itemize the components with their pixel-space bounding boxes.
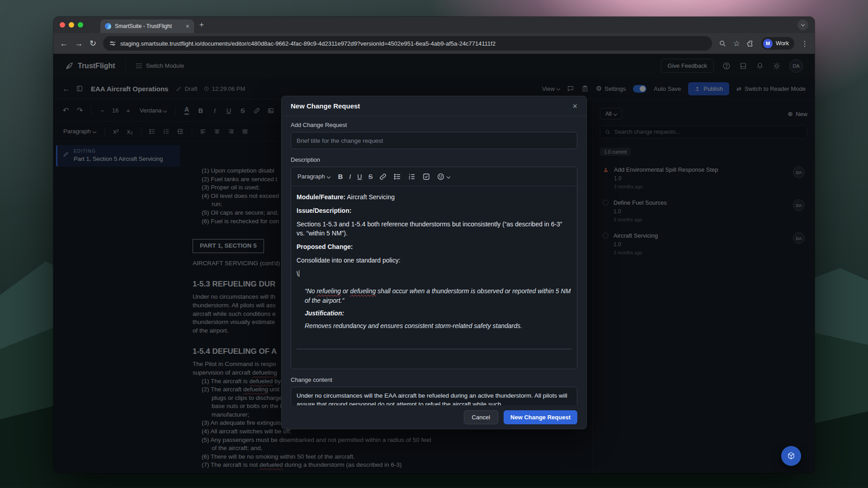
change-content-label: Change content [291, 376, 577, 383]
url-text: staging.smartsuite.trustflight.io/docume… [120, 40, 495, 47]
bold-button[interactable]: B [338, 173, 343, 180]
chevron-down-icon [326, 174, 330, 178]
close-icon[interactable]: × [572, 102, 577, 110]
bookmark-star-icon[interactable]: ☆ [733, 39, 740, 48]
proposed-change-text: Consolidate into one standard policy: [297, 256, 571, 265]
modal-title: New Change Request [291, 102, 360, 110]
underline-button[interactable]: U [357, 173, 362, 180]
paragraph-style-dropdown[interactable]: Paragraph [297, 173, 330, 180]
description-label: Description [291, 156, 577, 163]
policy-quote: “No refueling or defueling shall occur w… [305, 286, 571, 305]
reload-button[interactable]: ↻ [90, 39, 96, 47]
browser-tab[interactable]: SmartSuite - TrustFlight × [100, 19, 194, 33]
submit-new-change-request-button[interactable]: New Change Request [504, 410, 577, 424]
add-change-request-label: Add Change Request [291, 122, 577, 128]
typed-line: \ [297, 269, 571, 278]
module-feature-line: Module/Feature: Aircraft Servicing [297, 192, 571, 202]
proposed-change-label-line: Proposed Change: [297, 242, 571, 251]
description-editor-toolbar: Paragraph B I U S [291, 167, 577, 186]
bullet-list-button[interactable] [393, 173, 401, 181]
emoji-button[interactable] [437, 173, 450, 181]
tab-favicon-icon [105, 23, 111, 29]
back-button[interactable]: ← [60, 39, 68, 47]
modal-footer: Cancel New Change Request [282, 405, 586, 429]
tab-title: SmartSuite - TrustFlight [115, 23, 182, 29]
justification-text: Removes redundancy and ensures consisten… [305, 321, 571, 331]
tab-search-button[interactable] [797, 19, 808, 30]
profile-avatar: M [763, 39, 773, 48]
new-tab-button[interactable]: + [199, 20, 204, 29]
blockquote: “No refueling or defueling shall occur w… [305, 286, 571, 331]
desktop: { "colors": { "accent": "#2f63d8", "togg… [0, 0, 868, 488]
modal-header: New Change Request × [282, 96, 586, 116]
tab-close-icon[interactable]: × [186, 23, 189, 29]
browser-profile-chip[interactable]: M Work [761, 37, 794, 50]
fullscreen-window-button[interactable] [78, 22, 83, 28]
trustflight-app: TrustFlight Switch Module Give Feedback [53, 54, 815, 473]
justification-label-line: Justification: [305, 309, 571, 318]
description-editor-content[interactable]: Module/Feature: Aircraft Servicing Issue… [291, 186, 577, 356]
address-bar[interactable]: staging.smartsuite.trustflight.io/docume… [103, 36, 712, 51]
site-settings-icon[interactable] [109, 40, 116, 47]
link-button[interactable] [379, 173, 387, 181]
assistant-fab-button[interactable] [781, 446, 801, 466]
browser-menu-icon[interactable]: ⋮ [801, 39, 808, 48]
new-change-request-modal: New Change Request × Add Change Request … [281, 96, 587, 429]
editor-horizontal-rule [297, 349, 571, 349]
strikethrough-button[interactable]: S [368, 173, 373, 180]
minimize-window-button[interactable] [69, 22, 74, 28]
cancel-button[interactable]: Cancel [464, 410, 498, 424]
browser-window: SmartSuite - TrustFlight × + ← → ↻ stagi… [53, 17, 815, 473]
cube-icon [787, 451, 796, 460]
issue-text: Sections 1-5.3 and 1-5.4 both reference … [297, 220, 571, 238]
search-lens-icon[interactable] [719, 40, 726, 47]
chevron-down-icon [801, 23, 805, 26]
modal-body: Add Change Request Description Paragraph… [282, 116, 586, 429]
text-cursor [299, 270, 299, 277]
profile-name: Work [776, 40, 789, 47]
issue-label-line: Issue/Description: [297, 206, 571, 215]
window-controls [60, 22, 83, 28]
chevron-down-icon [447, 174, 450, 178]
close-window-button[interactable] [60, 22, 65, 28]
change-request-title-input[interactable] [291, 132, 577, 149]
numbered-list-button[interactable] [408, 173, 416, 181]
description-editor: Paragraph B I U S [291, 167, 577, 369]
checklist-button[interactable] [422, 173, 430, 181]
forward-button[interactable]: → [75, 39, 83, 47]
tab-strip: SmartSuite - TrustFlight × + [53, 17, 815, 33]
italic-button[interactable]: I [349, 173, 351, 180]
extensions-puzzle-icon[interactable] [747, 40, 755, 47]
browser-toolbar: ← → ↻ staging.smartsuite.trustflight.io/… [53, 33, 815, 54]
